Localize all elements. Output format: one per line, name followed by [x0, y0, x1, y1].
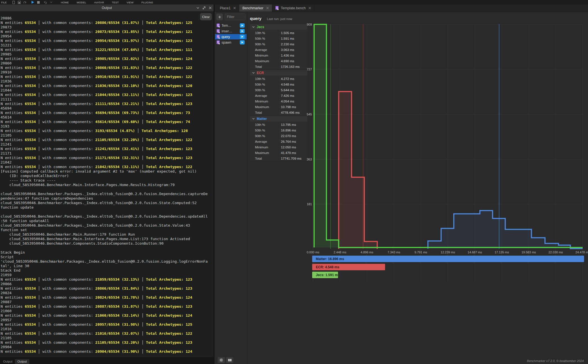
legend-ecr: ECR: 4.548 ms [312, 264, 385, 270]
ribbon-menus: HOMEMODELAVATARTESTVIEWPLUGINS [57, 1, 157, 4]
output-line: N entities 65534 │ with common component… [1, 295, 214, 300]
stat-label: 50th % [250, 128, 278, 133]
menu-model[interactable]: MODEL [73, 1, 90, 4]
stat-label: Maximum [250, 58, 278, 64]
menu-file[interactable]: FILE [0, 1, 11, 4]
undo-button[interactable] [43, 1, 48, 4]
chevron-down-icon[interactable] [196, 7, 199, 9]
dock-tab-output[interactable]: Output [1, 359, 15, 364]
stat-value: 3.063 ms [278, 47, 307, 52]
studio-toolbar: FILE HOMEMODELAVATARTESTVIEWPLUGINS [0, 0, 588, 5]
x-axis-tick: 2.448 ms [334, 251, 346, 254]
output-log[interactable]: 20886N entities 65534 │ with common comp… [0, 11, 214, 362]
run-benchmark-button[interactable] [240, 23, 245, 28]
stat-label: Minimum [250, 144, 278, 150]
output-line: N entities 65534 │ with common component… [1, 102, 214, 106]
redo-dropdown-icon[interactable] [48, 1, 54, 3]
dock-tab-output[interactable]: Output [15, 359, 29, 364]
stat-label: Minimum [250, 53, 278, 58]
stat-label: Maximum [250, 104, 278, 110]
histogram-chart: 9097275453631810.000 ms2.448 ms4.896 ms7… [305, 22, 588, 284]
output-panel-header[interactable]: Output [0, 5, 214, 11]
menu-home[interactable]: HOME [57, 1, 73, 4]
output-line: N entities 65534 │ with common component… [1, 286, 214, 291]
filter-input[interactable] [225, 14, 245, 20]
output-line: :50 function updateAll [1, 219, 214, 223]
benchmark-item-spawn[interactable]: spawn [215, 40, 247, 45]
output-line: N entities 65534 │ with common component… [1, 165, 214, 169]
stats-section-name: Matter [257, 117, 267, 121]
stat-label: 90th % [250, 87, 278, 93]
x-axis-tick: 24.478 ms [575, 251, 588, 254]
popout-window-icon[interactable] [202, 6, 206, 10]
close-icon[interactable] [266, 7, 269, 9]
stat-value: 2.230 ms [278, 41, 307, 47]
close-icon[interactable] [308, 7, 311, 9]
gear-icon [219, 358, 223, 362]
clear-output-button[interactable]: Clear [200, 13, 212, 20]
stats-section-jecs[interactable]: Jecs [250, 24, 307, 30]
close-icon[interactable] [233, 7, 236, 9]
output-line: N entities 65534 │ with common component… [1, 21, 214, 25]
benchmark-item-inser[interactable]: inser… [215, 28, 247, 34]
output-line: N entities 65534 │ with common component… [1, 331, 214, 336]
y-axis-tick: 727 [307, 68, 312, 71]
output-line: function set [1, 228, 214, 232]
menu-test[interactable]: TEST [108, 1, 123, 4]
stop-button[interactable] [35, 1, 41, 4]
editor-tab-bar: Place1BenchmarkerTemplate.bench [214, 5, 588, 12]
benchmark-item-tem[interactable]: Tem… [215, 23, 247, 28]
output-line: 21171 [1, 151, 214, 156]
close-icon[interactable] [209, 6, 212, 9]
run-benchmark-button[interactable] [240, 29, 245, 33]
menu-avatar[interactable]: AVATAR [90, 1, 108, 4]
column-divider [247, 12, 247, 364]
settings-button[interactable] [218, 357, 225, 363]
x-axis-tick: 22.030 ms [549, 251, 563, 254]
stat-label: Average [250, 139, 278, 144]
output-line: cloud_5853950046.Benchmarker.Packages._I… [1, 214, 214, 219]
run-benchmark-button[interactable] [240, 35, 245, 39]
stat-value: 10.798 ms [278, 104, 307, 110]
stat-value: 1.591 ms [278, 36, 307, 41]
stat-label: 90th % [250, 41, 278, 47]
play-icon [241, 41, 243, 44]
tab-benchmarker[interactable]: Benchmarker [239, 5, 272, 12]
x-axis-tick: 4.896 ms [361, 251, 374, 254]
x-axis-tick: 7.343 ms [388, 251, 401, 254]
stats-section-matter[interactable]: Matter [250, 116, 307, 122]
stats-section-name: ECR [257, 71, 264, 75]
tab-place1[interactable]: Place1 [217, 5, 239, 12]
tab-template-bench[interactable]: Template.bench [272, 5, 314, 12]
new-file-icon[interactable] [11, 1, 16, 4]
output-line: Script [1, 255, 214, 259]
publish-icon[interactable] [22, 1, 28, 4]
output-line: N entities 65534 │ with common component… [1, 277, 214, 282]
output-line: 21105 [1, 133, 214, 138]
x-axis-tick: 14.687 ms [468, 251, 482, 254]
output-line: 21059 [1, 273, 214, 277]
add-benchmark-button[interactable] [216, 14, 223, 20]
app-root: FILE HOMEMODELAVATARTESTVIEWPLUGINS Outp… [0, 0, 588, 364]
output-line: [Fusion] Computed callback error: invali… [1, 169, 214, 174]
play-button[interactable] [30, 1, 35, 4]
output-line: 20957 [1, 318, 214, 322]
output-line: N entities 65534 │ with common component… [1, 75, 214, 79]
run-benchmark-button[interactable] [240, 40, 245, 44]
benchmark-item-query[interactable]: query [215, 34, 247, 39]
docs-button[interactable] [226, 357, 233, 363]
script-icon [216, 29, 220, 33]
benchmark-item-label: Tem… [222, 24, 231, 28]
menu-view[interactable]: VIEW [123, 1, 137, 4]
stat-value: 1726.163 ms [278, 64, 307, 69]
output-line: (ID: computedCallbackError) [1, 174, 214, 178]
output-line: N entities 65534 │ with common component… [1, 322, 214, 327]
stat-label: 10th % [250, 76, 278, 81]
stats-section-name: Jecs [257, 25, 264, 29]
save-icon[interactable] [16, 1, 22, 4]
benchmark-item-label: inser… [222, 29, 232, 33]
stat-label: Average [250, 47, 278, 52]
output-line: cloud_5853950046.Benchmarker.Main.Interf… [1, 237, 214, 241]
menu-plugins[interactable]: PLUGINS [137, 1, 157, 4]
stats-section-ecr[interactable]: ECR [250, 70, 307, 76]
